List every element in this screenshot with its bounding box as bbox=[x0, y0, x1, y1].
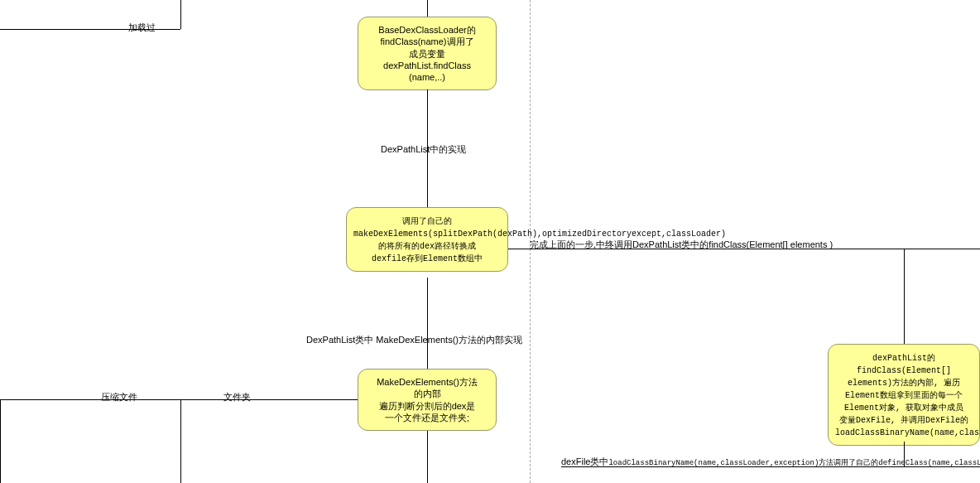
edge-into-n1 bbox=[427, 0, 428, 17]
node-dexpathlist-findclass: dexPathList的findClass(Element[]elements)… bbox=[828, 344, 980, 446]
label-dexfile-loadclass: dexFile类中loadClassBinaryName(name,classL… bbox=[561, 456, 980, 468]
edge-folder-h bbox=[180, 399, 358, 400]
edge-zip-v-partial bbox=[0, 399, 1, 483]
label-text-a: dexFile类中 bbox=[561, 456, 608, 466]
edge-into-n4 bbox=[904, 249, 905, 344]
node-text: dexPathList的findClass(Element[]elements)… bbox=[835, 354, 980, 437]
label-loaded: 加载过 bbox=[128, 22, 156, 34]
label-dexpathlist-impl: DexPathList中的实现 bbox=[381, 143, 466, 156]
node-basedexclassloader: BaseDexClassLoader的findClass(name)调用了成员变… bbox=[358, 17, 497, 90]
edge-n2-n3 bbox=[427, 278, 428, 369]
label-text: 完成上面的一步,中终调用DexPathList类中的findClass(Elem… bbox=[530, 239, 833, 249]
node-makedexelements-body: MakeDexElements()方法的内部遍历判断分割后的dex是一个文件还是… bbox=[358, 369, 497, 431]
label-finish-step: 完成上面的一步,中终调用DexPathList类中的findClass(Elem… bbox=[530, 239, 833, 251]
edge-left-top-v bbox=[180, 0, 181, 29]
label-zip: 压缩文件 bbox=[101, 391, 137, 403]
node-text: MakeDexElements()方法的内部遍历判断分割后的dex是一个文件还是… bbox=[377, 377, 478, 423]
label-text-b: loadClassBinaryName(name,classLoader,exc… bbox=[608, 459, 980, 467]
edge-folder-v bbox=[180, 399, 181, 483]
node-makedexelements-call: 调用了自己的makeDexElements(splitDexPath(dexPa… bbox=[346, 207, 508, 272]
node-text: BaseDexClassLoader的findClass(name)调用了成员变… bbox=[378, 25, 475, 82]
label-folder: 文件夹 bbox=[223, 391, 251, 403]
edge-zip-h bbox=[0, 399, 180, 400]
edge-n3-down bbox=[427, 431, 428, 483]
label-makedex-impl: DexPathList类中 MakeDexElements()方法的内部实现 bbox=[306, 334, 522, 346]
